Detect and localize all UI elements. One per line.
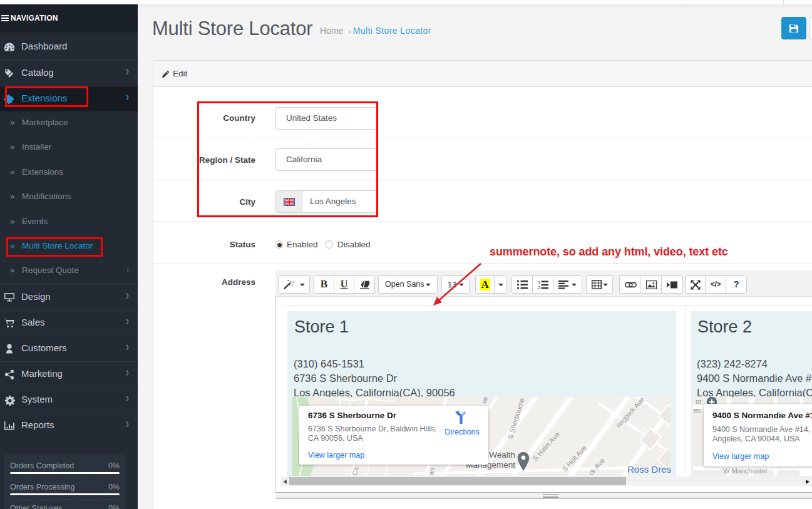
svg-text:Wealth: Wealth	[489, 450, 515, 460]
svg-text:2: 2	[538, 285, 540, 290]
svg-text:or: or	[696, 398, 702, 405]
svg-text:W Manchester: W Manchester	[723, 467, 768, 475]
svg-text:an: an	[427, 467, 436, 476]
svg-text:es: es	[694, 406, 701, 414]
svg-text:Ross Dress: Ross Dress	[627, 464, 671, 475]
